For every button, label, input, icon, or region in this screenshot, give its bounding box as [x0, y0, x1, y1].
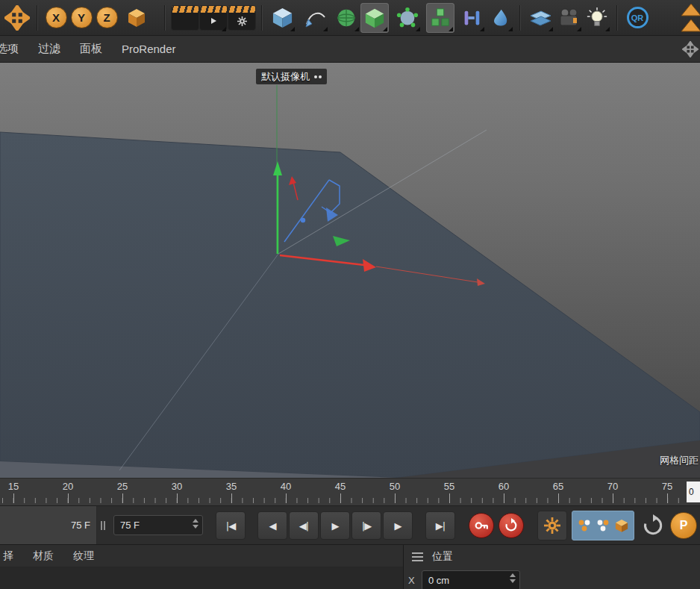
bend-deformer-icon	[460, 7, 483, 29]
menu-texture[interactable]: 纹理	[63, 549, 104, 563]
hamburger-menu-icon[interactable]	[412, 552, 423, 561]
timeline-ruler[interactable]: 15202530354045505560657075 0	[0, 478, 700, 506]
play-icon: ▶	[332, 520, 339, 532]
key-icon	[473, 517, 490, 534]
lock-x-axis-button[interactable]: X	[43, 3, 69, 33]
ruler-end-field[interactable]: 0	[687, 482, 700, 502]
frame-spinner-value: 75 F	[120, 520, 140, 531]
keyframe-settings-button[interactable]	[537, 511, 567, 540]
point-level-animation-toggle[interactable]	[614, 518, 629, 533]
render-view-button[interactable]	[171, 3, 199, 33]
dropdown-corner-icon	[508, 27, 513, 31]
autokey-ring-icon	[503, 517, 519, 534]
menu-select-cut[interactable]: 择	[0, 549, 23, 563]
goto-start-button[interactable]: |◀	[216, 511, 246, 540]
p-label: P	[680, 519, 688, 532]
position-title: 位置	[432, 550, 453, 564]
light-button[interactable]	[583, 3, 611, 33]
camera-button[interactable]	[554, 3, 583, 33]
menu-options[interactable]: 选项	[0, 42, 28, 56]
cloner-array-button[interactable]	[426, 3, 454, 33]
play-forward-button[interactable]: ▶	[320, 511, 350, 540]
menu-prorender[interactable]: ProRender	[112, 43, 186, 55]
toolbar-overflow-icons[interactable]	[681, 1, 700, 34]
qr-icon: QR	[627, 7, 649, 28]
goto-prev-frame-button[interactable]: ◀|	[289, 511, 319, 540]
floor-button[interactable]	[526, 3, 554, 33]
material-list-area[interactable]	[0, 567, 403, 589]
cloner-cubes-icon	[429, 7, 451, 29]
record-position-toggle[interactable]	[577, 518, 592, 533]
playback-loop-button[interactable]	[640, 513, 666, 538]
lock-z-axis-button[interactable]: Z	[94, 3, 119, 33]
generator-cube-button[interactable]	[360, 3, 389, 33]
dropdown-corner-icon	[354, 27, 359, 31]
toolbar-separator	[37, 5, 38, 31]
viewport-3d[interactable]: 默认摄像机 网格间距	[0, 63, 700, 478]
spinner-arrows-icon[interactable]	[510, 573, 516, 583]
camera-glyph-icon	[314, 75, 322, 78]
cube-primitive-icon	[271, 6, 294, 29]
droplet-icon	[490, 7, 510, 28]
warning-triangle-icon	[681, 19, 700, 32]
coordinate-system-button[interactable]	[122, 3, 151, 33]
clapper-icon	[200, 6, 227, 13]
edit-render-settings-button[interactable]	[228, 3, 256, 33]
dropdown-corner-icon	[222, 27, 226, 31]
ruler-tick-label: 25	[117, 481, 128, 492]
keyframe-toggle-group	[572, 511, 634, 540]
menu-material[interactable]: 材质	[23, 549, 63, 563]
goto-next-key-button[interactable]: ▶	[383, 511, 413, 540]
viewport-menubar: 选项 过滤 面板 ProRender	[0, 36, 700, 63]
coordinate-cube-icon	[125, 6, 149, 30]
spline-pen-button[interactable]	[301, 3, 329, 33]
ruler-tick-label: 20	[63, 481, 73, 492]
loop-arrow-icon	[642, 514, 664, 537]
metaball-button[interactable]	[393, 3, 422, 33]
menu-panel[interactable]: 面板	[70, 42, 112, 56]
subdivision-sphere-icon	[335, 7, 357, 29]
coordinate-header: 位置	[404, 545, 700, 569]
render-to-picture-viewer-button[interactable]	[199, 3, 228, 33]
green-cube-icon	[363, 7, 386, 29]
ruler-tick-label: 40	[281, 481, 291, 492]
viewport-pan-icon[interactable]	[682, 41, 699, 60]
menu-filter[interactable]: 过滤	[28, 42, 70, 56]
interactive-render-button[interactable]: QR	[623, 3, 651, 33]
ruler-tick-label: 50	[390, 481, 400, 492]
camera-name-label[interactable]: 默认摄像机	[256, 69, 327, 84]
ruler-tick-label: 60	[499, 481, 509, 492]
light-bulb-icon	[586, 7, 608, 29]
powerslider-grip[interactable]	[101, 521, 107, 530]
next-frame-icon: |▶	[362, 520, 371, 532]
frame-spinner-field[interactable]: 75 F	[113, 515, 203, 535]
ground-plane[interactable]	[0, 132, 700, 478]
lock-y-axis-button[interactable]: Y	[69, 3, 94, 33]
next-key-icon: ▶	[395, 520, 401, 532]
goto-prev-key-button[interactable]: ◀	[257, 511, 287, 540]
goto-start-icon: |◀	[226, 520, 235, 532]
field-button[interactable]	[486, 3, 514, 33]
coordinate-manager: 位置 X 0 cm	[403, 545, 700, 589]
prev-key-icon: ◀	[269, 520, 276, 532]
autokey-button[interactable]	[499, 513, 524, 538]
move-tool-button[interactable]	[3, 3, 31, 33]
record-parameter-toggle[interactable]	[596, 518, 610, 533]
deformer-button[interactable]	[457, 3, 486, 33]
goto-next-frame-button[interactable]: |▶	[351, 511, 381, 540]
move-icon	[4, 5, 30, 31]
x-position-field[interactable]: 0 cm	[422, 570, 520, 589]
toolbar-separator	[519, 5, 521, 31]
record-keyframe-button[interactable]	[469, 513, 494, 538]
subdivision-surface-button[interactable]	[332, 3, 360, 33]
prev-frame-icon: ◀|	[299, 520, 308, 532]
current-frame-display[interactable]: 75 F	[0, 506, 97, 544]
ruler-tick-label: 75	[662, 481, 672, 492]
main-toolbar: X Y Z	[0, 0, 700, 36]
dropdown-corner-icon	[323, 27, 328, 31]
cinema4d-window: X Y Z	[0, 0, 700, 589]
add-cube-primitive-button[interactable]	[268, 3, 296, 33]
powerslider-preferences-button[interactable]: P	[670, 512, 697, 539]
goto-end-button[interactable]: ▶|	[425, 511, 455, 540]
spinner-arrows-icon[interactable]	[193, 519, 199, 529]
